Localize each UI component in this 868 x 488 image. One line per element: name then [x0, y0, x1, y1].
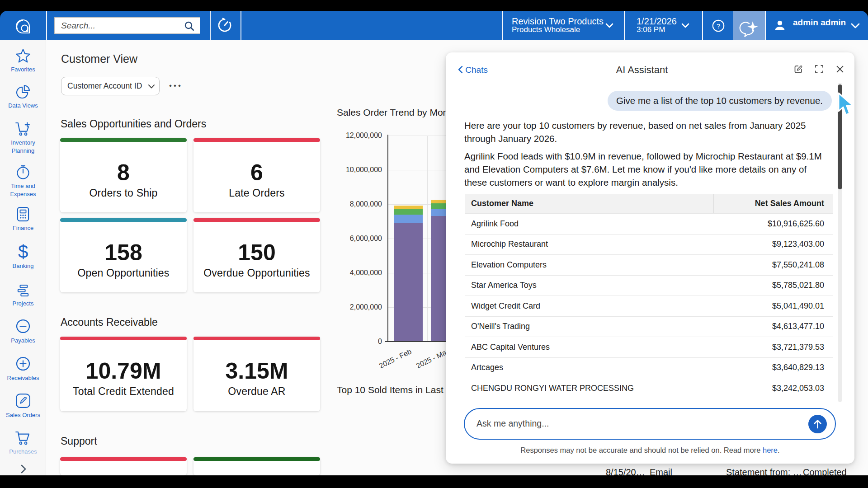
- svg-text:?: ?: [717, 22, 720, 30]
